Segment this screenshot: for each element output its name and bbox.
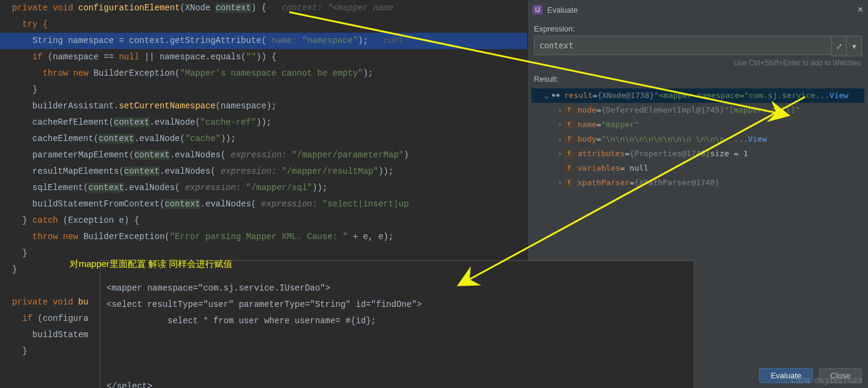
tree-root[interactable]: ⌄ 👓 result = {XNode@1738} "<mapper names… xyxy=(531,88,864,103)
chevron-right-icon[interactable]: › xyxy=(556,132,564,146)
result-label: Result: xyxy=(528,70,868,86)
glasses-icon: 👓 xyxy=(551,88,561,103)
chevron-right-icon[interactable]: › xyxy=(556,146,564,161)
expression-input[interactable] xyxy=(534,36,832,55)
expand-icon[interactable]: ⤢ xyxy=(832,36,847,56)
field-icon: f xyxy=(564,105,574,115)
chevron-down-icon[interactable]: ⌄ xyxy=(542,88,551,103)
view-link[interactable]: View xyxy=(829,88,848,103)
chevron-right-icon[interactable]: › xyxy=(556,117,564,132)
field-icon: f xyxy=(564,149,574,159)
field-icon: f xyxy=(564,178,574,188)
param-context: context xyxy=(215,3,251,13)
chevron-right-icon[interactable]: › xyxy=(556,176,564,190)
tree-node[interactable]: ›fname = "mapper" xyxy=(531,117,864,132)
close-icon[interactable]: × xyxy=(858,4,863,15)
result-tree[interactable]: ⌄ 👓 result = {XNode@1738} "<mapper names… xyxy=(528,86,868,192)
field-icon: f xyxy=(564,120,574,130)
expression-label: Expression: xyxy=(528,19,868,36)
history-dropdown-icon[interactable]: ▾ xyxy=(847,36,862,56)
tree-node[interactable]: ›fxpathParser = {XPathParser@1740} xyxy=(531,176,864,190)
annotation-text: 对mapper里面配置 解读 同样会进行赋值 xyxy=(70,258,232,270)
tree-node[interactable]: ›fnode = {DeferredElementImpl@1745} "[ma… xyxy=(531,103,864,117)
field-icon: f xyxy=(564,134,574,144)
tree-node[interactable]: ›fattributes = {Properties@1748} size = … xyxy=(531,146,864,161)
tree-node[interactable]: fvariables = null xyxy=(531,161,864,176)
app-icon: IJ xyxy=(533,5,542,15)
chevron-right-icon[interactable]: › xyxy=(556,103,564,117)
field-icon: f xyxy=(564,163,574,173)
tree-node[interactable]: ›fbody = "\n\n\n\n\n\n\n\n\n \n\n\n " ..… xyxy=(531,132,864,146)
xml-tooltip: <mapper namespace="com.sj.service.IUserD… xyxy=(100,260,694,388)
panel-title: Evaluate xyxy=(547,5,578,15)
watermark: CSDN @sj1027523 xyxy=(791,376,862,386)
shortcut-hint: Use Ctrl+Shift+Enter to add to Watches xyxy=(528,56,868,70)
view-link[interactable]: ...View xyxy=(734,132,767,146)
